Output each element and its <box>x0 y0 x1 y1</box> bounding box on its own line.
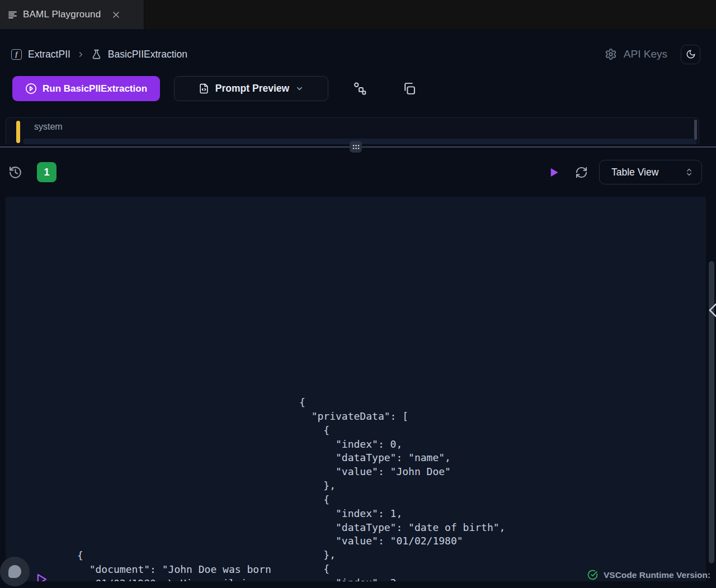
chevron-down-icon <box>295 84 304 93</box>
chevron-right-icon <box>77 50 85 59</box>
refresh-icon[interactable] <box>575 166 588 179</box>
copy-icon[interactable] <box>402 81 416 96</box>
row-output-json: { "privateData": [ { "index": 0, "dataTy… <box>299 396 609 581</box>
run-all-icon[interactable] <box>548 166 560 179</box>
results-table: BasicPIIExtraction { "document": "John D… <box>6 197 706 581</box>
view-mode-value: Table View <box>611 167 658 178</box>
row-play-icon[interactable] <box>34 571 49 581</box>
role-label: system <box>34 122 63 132</box>
tab-title: BAML Playground <box>23 9 101 20</box>
gear-icon <box>605 48 617 60</box>
flask-icon <box>91 49 102 60</box>
chevrons-up-down-icon <box>685 168 694 177</box>
header-actions: API Keys <box>605 44 700 65</box>
row-input-json: { "document": "John Doe was born on 01/0… <box>77 548 279 581</box>
breadcrumb: f ExtractPII BasicPIIExtraction <box>11 45 187 64</box>
run-test-button[interactable]: Run BasicPIIExtraction <box>12 76 160 101</box>
test-count: 1 <box>44 167 49 178</box>
runtime-status: VSCode Runtime Version: <box>587 570 710 580</box>
playground-tab[interactable]: BAML Playground <box>0 0 144 29</box>
test-count-badge[interactable]: 1 <box>37 162 56 182</box>
history-icon[interactable] <box>8 165 22 179</box>
panel-expand-chevron-icon[interactable] <box>708 302 716 319</box>
run-button-label: Run BasicPIIExtraction <box>43 83 147 94</box>
moon-icon <box>686 49 696 59</box>
theme-toggle-button[interactable] <box>681 45 700 64</box>
file-code-icon <box>199 83 209 94</box>
chat-bubble-icon <box>8 565 21 578</box>
prompt-preview-dropdown[interactable]: Prompt Preview <box>174 76 328 101</box>
runtime-label: VSCode Runtime Version: <box>604 570 710 580</box>
breadcrumb-function[interactable]: ExtractPII <box>28 49 70 60</box>
feedback-widget-button[interactable] <box>0 557 30 586</box>
function-icon: f <box>11 49 22 60</box>
close-icon[interactable] <box>110 8 122 21</box>
baml-playground-window: { "window": { "tab_title": "BAML Playgro… <box>0 0 716 588</box>
breadcrumb-test[interactable]: BasicPIIExtraction <box>108 49 187 60</box>
drag-handle-icon[interactable] <box>350 141 362 153</box>
output-list-icon <box>8 10 17 20</box>
prompt-scrollbar[interactable] <box>694 120 697 140</box>
prompt-panel[interactable]: system <box>6 117 699 144</box>
editor-tab-bar: BAML Playground <box>0 0 716 29</box>
circle-play-icon <box>25 83 37 94</box>
prompt-preview-label: Prompt Preview <box>215 83 289 94</box>
api-keys-label: API Keys <box>624 48 667 60</box>
runtime-check-icon <box>587 570 598 580</box>
view-mode-select[interactable]: Table View <box>599 160 702 184</box>
api-keys-button[interactable]: API Keys <box>605 48 667 60</box>
role-indicator-bar <box>16 121 20 143</box>
trace-graph-icon[interactable] <box>352 81 367 96</box>
